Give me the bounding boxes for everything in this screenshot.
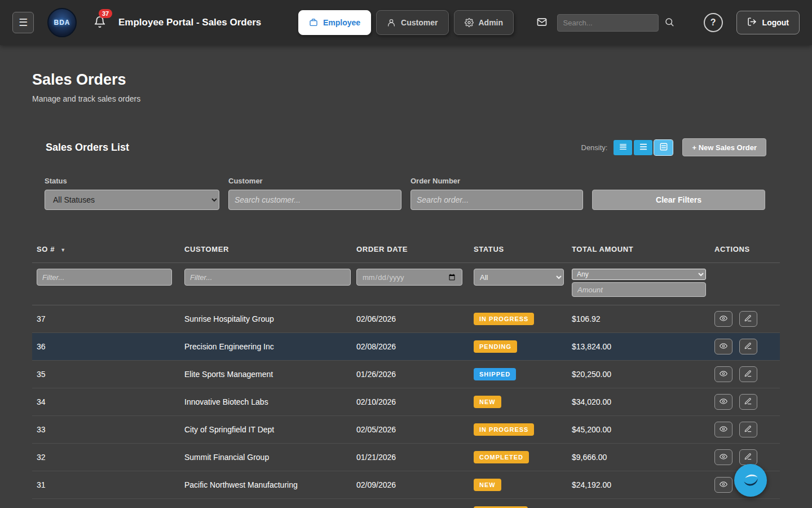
customer-cell — [180, 499, 352, 508]
view-button[interactable] — [714, 311, 732, 327]
status-column-filter-select[interactable]: All — [474, 269, 564, 286]
edit-button[interactable] — [739, 311, 757, 327]
amount-cell: $9,666.00 — [567, 444, 710, 471]
sales-orders-table: SO # ▼ CUSTOMER ORDER DATE STATUS TOTAL … — [32, 237, 780, 508]
table-row[interactable] — [32, 499, 780, 508]
date-cell: 02/05/2026 — [352, 416, 469, 444]
tab-admin[interactable]: Admin — [453, 10, 514, 35]
order-date-filter-input[interactable] — [356, 269, 462, 286]
table-row[interactable]: 36 Precision Engineering Inc 02/08/2026 … — [32, 333, 780, 361]
table-header-row: SO # ▼ CUSTOMER ORDER DATE STATUS TOTAL … — [32, 237, 780, 263]
table-row[interactable]: 37 Sunrise Hospitality Group 02/06/2026 … — [32, 305, 780, 333]
order-number-filter-input[interactable] — [411, 190, 583, 210]
eye-icon — [719, 425, 728, 435]
view-button[interactable] — [714, 366, 732, 382]
edit-button[interactable] — [739, 449, 757, 465]
table-row[interactable]: 34 Innovative Biotech Labs 02/10/2026 NE… — [32, 388, 780, 416]
eye-icon — [719, 370, 728, 379]
customer-filter-label: Customer — [228, 177, 401, 185]
density-compact-button[interactable] — [614, 140, 632, 155]
date-cell: 02/06/2026 — [352, 305, 469, 333]
status-badge: IN PROGRESS — [474, 313, 534, 325]
table-row[interactable]: 31 Pacific Northwest Manufacturing 02/09… — [32, 471, 780, 499]
amount-filter-input[interactable] — [572, 282, 706, 297]
amount-cell: $106.92 — [567, 305, 710, 333]
so-cell — [32, 499, 180, 508]
search-submit-button[interactable] — [664, 17, 674, 29]
density-standard-button[interactable] — [634, 140, 652, 155]
table-row[interactable]: 35 Elite Sports Management 01/26/2026 SH… — [32, 361, 780, 388]
so-column-filter-input[interactable] — [37, 269, 172, 286]
so-cell: 34 — [32, 388, 180, 416]
edit-button[interactable] — [739, 339, 757, 354]
envelope-icon — [536, 16, 548, 29]
amount-cell: $34,020.00 — [567, 388, 710, 416]
customer-cell: Summit Financial Group — [180, 444, 352, 471]
panel-title: Sales Orders List — [46, 142, 129, 154]
amount-cell: $20,250.00 — [567, 361, 710, 388]
so-cell: 33 — [32, 416, 180, 444]
eye-icon — [719, 453, 728, 462]
date-cell — [352, 499, 469, 508]
eye-icon — [719, 480, 728, 490]
floating-brand-button[interactable] — [734, 464, 767, 497]
help-button[interactable]: ? — [704, 13, 723, 32]
eye-icon — [719, 314, 728, 324]
edit-button[interactable] — [739, 422, 757, 437]
new-sales-order-button[interactable]: + New Sales Order — [682, 138, 766, 156]
table-row[interactable]: 32 Summit Financial Group 01/21/2026 COM… — [32, 444, 780, 471]
amount-cell — [567, 499, 710, 508]
view-button[interactable] — [714, 449, 732, 465]
density-compact-icon — [619, 143, 628, 152]
tab-customer[interactable]: Customer — [376, 10, 448, 35]
tab-employee[interactable]: Employee — [298, 10, 371, 35]
clear-filters-group: Clear Filters — [592, 190, 765, 210]
page-subtitle: Manage and track sales orders — [32, 94, 780, 103]
bell-icon — [94, 21, 106, 30]
column-header-order-date[interactable]: ORDER DATE — [352, 237, 469, 263]
gear-icon — [464, 18, 473, 27]
density-standard-icon — [639, 143, 648, 152]
view-button[interactable] — [714, 477, 732, 493]
customer-filter-input[interactable] — [228, 190, 401, 210]
view-button[interactable] — [714, 422, 732, 437]
hamburger-menu-button[interactable]: ☰ — [12, 12, 34, 33]
column-header-so[interactable]: SO # ▼ — [32, 237, 180, 263]
table-filter-row: All Any — [32, 263, 780, 305]
person-icon — [387, 18, 396, 27]
logout-button[interactable]: Logout — [736, 11, 800, 34]
eye-icon — [719, 342, 728, 352]
amount-cell: $24,192.00 — [567, 471, 710, 499]
clear-filters-button[interactable]: Clear Filters — [592, 190, 765, 210]
edit-button[interactable] — [739, 366, 757, 382]
column-header-customer[interactable]: CUSTOMER — [180, 237, 352, 263]
header-right-group: ? Logout — [536, 11, 800, 34]
status-filter-select[interactable]: All Statuses — [45, 190, 219, 210]
eye-icon — [719, 397, 728, 407]
density-controls: Density: — [581, 140, 673, 155]
page-title: Sales Orders — [32, 71, 780, 89]
amount-comparator-select[interactable]: Any — [572, 269, 706, 280]
status-filter-label: Status — [45, 177, 219, 185]
so-cell: 31 — [32, 471, 180, 499]
pencil-icon — [744, 370, 752, 379]
density-comfortable-button[interactable] — [654, 140, 673, 155]
column-header-actions: ACTIONS — [710, 237, 780, 263]
amount-cell: $13,824.00 — [567, 333, 710, 361]
column-header-total-amount[interactable]: TOTAL AMOUNT — [567, 237, 710, 263]
mail-button[interactable] — [536, 16, 548, 29]
density-comfortable-icon — [659, 143, 668, 152]
notifications-button[interactable]: 37 — [94, 16, 106, 30]
column-header-status[interactable]: STATUS — [469, 237, 567, 263]
logout-label: Logout — [762, 18, 789, 27]
table-row[interactable]: 33 City of Springfield IT Dept 02/05/202… — [32, 416, 780, 444]
customer-column-filter-input[interactable] — [184, 269, 351, 286]
edit-button[interactable] — [739, 394, 757, 410]
date-cell: 01/21/2026 — [352, 444, 469, 471]
global-search-input[interactable] — [557, 14, 659, 32]
notification-count-badge: 37 — [99, 9, 112, 18]
view-button[interactable] — [714, 394, 732, 410]
portal-tabs: Employee Customer Admin — [298, 10, 514, 35]
view-button[interactable] — [714, 339, 732, 354]
briefcase-icon — [309, 18, 318, 27]
